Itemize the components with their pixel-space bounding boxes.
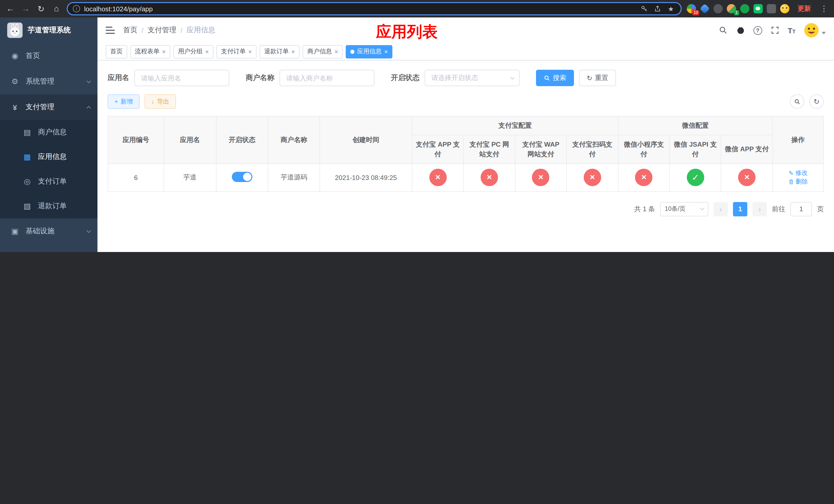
browser-forward-icon[interactable]: → (21, 4, 31, 13)
sidebar-item-refund-order[interactable]: ▧ 退款订单 (0, 194, 97, 219)
extensions-puzzle-icon[interactable] (767, 4, 776, 13)
gear-icon: ⚙ (10, 77, 20, 86)
sidebar-item-infrastructure[interactable]: ▣ 基础设施 (0, 219, 97, 244)
bookmark-star-icon[interactable]: ★ (666, 5, 676, 13)
refresh-icon: ↻ (813, 97, 819, 106)
merchant-name-input[interactable] (280, 70, 374, 86)
share-icon[interactable] (653, 5, 662, 13)
tab-pay-order[interactable]: 支付订单× (216, 45, 257, 58)
app-name-input[interactable] (134, 70, 229, 86)
search-icon (794, 98, 800, 105)
close-icon[interactable]: × (334, 48, 338, 54)
sidebar-item-merchant-info[interactable]: ▤ 商户信息 (0, 120, 97, 144)
alipay-wap-status-icon[interactable] (532, 169, 550, 186)
url-text[interactable]: localhost:1024/pay/app (84, 5, 636, 13)
browser-update-button[interactable]: 更新 (794, 3, 814, 14)
chevron-down-icon (87, 79, 91, 83)
sidebar-logo[interactable]: 芋道管理系统 (0, 18, 97, 43)
prev-page-button[interactable]: ‹ (714, 202, 728, 216)
next-page-button[interactable]: › (752, 202, 767, 216)
status-select[interactable]: 请选择开启状态 (425, 70, 520, 86)
edit-link[interactable]: ✎修改 (789, 169, 808, 177)
sidebar-item-payment[interactable]: ¥ 支付管理 (0, 94, 97, 120)
status-toggle[interactable] (232, 171, 253, 182)
refresh-button[interactable]: ↻ (809, 94, 824, 109)
current-page-button[interactable]: 1 (733, 202, 747, 216)
export-button[interactable]: ↓ 导出 (145, 94, 176, 109)
goto-page-input[interactable] (790, 202, 812, 216)
extension-dark-icon[interactable] (714, 4, 723, 13)
github-icon[interactable] (736, 26, 745, 35)
add-button[interactable]: + 新增 (108, 94, 139, 109)
sidebar-item-dev-tools[interactable]: ⊞ 研发工具 (0, 244, 97, 252)
page-size-select[interactable]: 10条/页 (660, 202, 708, 216)
sidebar-item-system[interactable]: ⚙ 系统管理 (0, 69, 97, 94)
tab-refund-order[interactable]: 退款订单× (260, 45, 300, 58)
extension-wechat-icon[interactable] (753, 4, 763, 13)
search-form: 应用名 商户名称 开启状态 请选择开启状态 搜索 ↻ 重置 (108, 70, 824, 86)
user-avatar[interactable] (804, 23, 826, 38)
browser-reload-icon[interactable]: ↻ (36, 4, 46, 14)
alipay-app-status-icon[interactable] (429, 169, 446, 186)
cell-merchant: 芋道源码 (268, 164, 320, 191)
plus-icon: + (114, 98, 118, 105)
tab-process-form[interactable]: 流程表单× (130, 45, 170, 58)
col-wechat-jsapi: 微信 JSAPI 支付 (670, 135, 721, 164)
site-info-icon[interactable]: i (73, 5, 80, 12)
wechat-jsapi-status-icon[interactable] (687, 169, 704, 186)
sidebar: 芋道管理系统 ◉ 首页 ⚙ 系统管理 ¥ 支付管理 (0, 18, 97, 252)
close-icon[interactable]: × (291, 48, 295, 54)
extension-avatar-icon[interactable]: 1 (727, 4, 736, 13)
sidebar-item-label: 退款订单 (38, 202, 90, 211)
close-icon[interactable]: × (248, 48, 252, 54)
total-count: 共 1 条 (634, 204, 655, 213)
fullscreen-icon[interactable] (770, 26, 780, 35)
tab-user-group[interactable]: 用户分组× (173, 45, 213, 58)
close-icon[interactable]: × (384, 48, 388, 54)
sidebar-item-label: 首页 (26, 51, 90, 61)
address-bar[interactable]: i localhost:1024/pay/app ★ (67, 2, 682, 15)
extension-green-icon[interactable] (740, 4, 749, 13)
font-size-icon[interactable]: TT (788, 26, 795, 35)
breadcrumb-payment[interactable]: 支付管理 (148, 26, 176, 35)
chevron-down-icon (700, 206, 704, 210)
trash-icon (788, 179, 794, 185)
col-created: 创建时间 (320, 116, 412, 164)
alipay-pc-status-icon[interactable] (481, 169, 498, 186)
extension-gem-icon[interactable] (700, 4, 709, 13)
extensions-tray: 10 1 (687, 4, 789, 13)
breadcrumb-home[interactable]: 首页 (123, 26, 137, 35)
delete-link[interactable]: 删除 (788, 177, 808, 186)
goto-label: 前往 (772, 204, 785, 213)
browser-home-icon[interactable]: ⌂ (51, 4, 62, 13)
close-icon[interactable]: × (205, 48, 209, 54)
wechat-mini-status-icon[interactable] (635, 169, 653, 186)
search-button[interactable]: 搜索 (536, 70, 574, 86)
reset-button[interactable]: ↻ 重置 (579, 70, 616, 86)
tab-home[interactable]: 首页 (106, 45, 127, 58)
col-group-alipay: 支付宝配置 (412, 116, 618, 135)
tab-app-info[interactable]: 应用信息× (346, 45, 392, 58)
sidebar-item-pay-order[interactable]: ◎ 支付订单 (0, 169, 97, 194)
alipay-qr-status-icon[interactable] (584, 169, 601, 186)
toggle-search-button[interactable] (790, 94, 804, 109)
sidebar-toggle-icon[interactable] (106, 27, 115, 34)
help-icon[interactable]: ? (753, 26, 762, 35)
active-dot (350, 49, 354, 53)
extension-colorful-icon[interactable]: 10 (687, 4, 696, 13)
reset-icon: ↻ (587, 74, 592, 82)
password-key-icon[interactable] (640, 5, 649, 13)
sidebar-item-app-info[interactable]: ▦ 应用信息 (0, 144, 97, 169)
close-icon[interactable]: × (162, 48, 166, 54)
tab-merchant-info[interactable]: 商户信息× (303, 45, 343, 58)
wechat-app-status-icon[interactable] (738, 169, 755, 186)
col-alipay-qr: 支付宝扫码支付 (567, 135, 618, 164)
tags-view-bar: 首页 流程表单× 用户分组× 支付订单× 退款订单× 商户信息× 应用信息× (97, 43, 834, 61)
profile-avatar-icon[interactable] (780, 4, 789, 13)
browser-menu-icon[interactable]: ⋮ (819, 4, 829, 13)
col-alipay-app: 支付宝 APP 支付 (412, 135, 464, 164)
payment-submenu: ▤ 商户信息 ▦ 应用信息 ◎ 支付订单 ▧ 退款订单 (0, 120, 97, 219)
sidebar-item-home[interactable]: ◉ 首页 (0, 43, 97, 69)
header-search-icon[interactable] (718, 26, 728, 35)
browser-back-icon[interactable]: ← (5, 4, 15, 13)
